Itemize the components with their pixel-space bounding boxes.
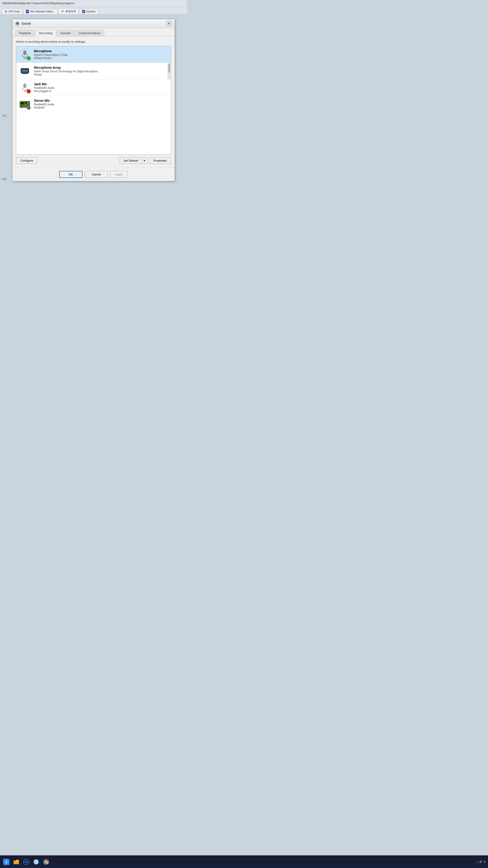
device-info-jack-mic: Jack Mic Realtek(R) Audio Not plugged in <box>34 82 168 93</box>
dialog-tab-bar: Playback Recording Sounds Communications <box>12 28 175 36</box>
device-name-stereo-mix: Stereo Mix <box>34 99 168 102</box>
svg-point-9 <box>24 70 26 71</box>
device-list[interactable]: ✓ Microphone HyperX Cloud Alpha S Chat D… <box>16 46 171 155</box>
dialog-title: Sound <box>22 22 31 25</box>
green-check-badge: ✓ <box>27 56 31 60</box>
dialog-title-bar: Sound ✕ <box>12 19 175 28</box>
tab-recording[interactable]: Recording <box>35 30 56 36</box>
device-status-jack-mic: Not plugged in <box>34 90 168 93</box>
tab-youdao[interactable]: Y 有道首页 <box>59 8 78 14</box>
properties-button[interactable]: Properties <box>149 157 171 164</box>
device-item-jack-mic[interactable]: ↓ Jack Mic Realtek(R) Audio Not plugged … <box>16 79 171 96</box>
stereo-mix-icon-wrapper: ↓ <box>19 98 31 110</box>
dialog-content: Select a recording device below to modif… <box>12 36 175 167</box>
down-circle-badge: ↓ <box>27 106 31 110</box>
device-desc-jack-mic: Realtek(R) Audio <box>34 86 168 90</box>
title-bar-left: Sound <box>15 21 31 26</box>
url-bar[interactable]: 6650632940448&ei=ftk-Y-6aAorV4-EP2f28qAs… <box>0 0 187 7</box>
device-button-row: Configure Set Default ▼ Properties <box>16 157 171 164</box>
svg-rect-24 <box>29 104 30 105</box>
device-name-mic-array: Microphone Array <box>34 66 168 69</box>
sound-dialog: Sound ✕ Playback Recording Sounds Commun… <box>12 19 175 181</box>
browser-tab-bar: 🖥 CPU Edu WIX Wix Website Editor... Y 有道… <box>0 7 187 14</box>
configure-button[interactable]: Configure <box>16 157 37 164</box>
side-label-ual: ual <box>2 177 6 181</box>
side-label-19: 19... <box>2 114 8 117</box>
cancel-button[interactable]: Cancel <box>85 171 108 178</box>
tab-playback[interactable]: Playback <box>15 30 35 36</box>
device-name-jack-mic: Jack Mic <box>34 82 168 86</box>
device-info-stereo-mix: Stereo Mix Realtek(R) Audio Disabled <box>34 99 168 109</box>
device-item-microphone[interactable]: ✓ Microphone HyperX Cloud Alpha S Chat D… <box>16 46 171 63</box>
youdao-icon: Y <box>61 10 64 13</box>
ok-button[interactable]: OK <box>59 171 83 178</box>
red-arrow-badge: ↓ <box>27 89 31 93</box>
device-info-microphone: Microphone HyperX Cloud Alpha S Chat Def… <box>34 49 168 60</box>
svg-rect-5 <box>24 51 26 52</box>
device-item-mic-array[interactable]: Microphone Array Intel® Smart Sound Tech… <box>16 63 171 79</box>
tab-cpu-edu-label: CPU Edu <box>8 10 20 13</box>
set-default-group: Set Default ▼ <box>120 157 147 164</box>
device-desc-microphone: HyperX Cloud Alpha S Chat <box>34 53 168 57</box>
jack-mic-icon-wrapper: ↓ <box>19 82 31 93</box>
svg-point-8 <box>22 70 24 71</box>
tab-dashbo[interactable]: ed Dashbo <box>79 9 98 14</box>
tab-communications[interactable]: Communications <box>75 30 104 36</box>
device-status-microphone: Default Device <box>34 57 168 60</box>
tab-wix[interactable]: WIX Wix Website Editor... <box>23 9 57 14</box>
desktop-area: 19... ual r Free Sound ✕ Playback <box>0 14 187 207</box>
svg-rect-18 <box>25 102 27 104</box>
svg-rect-19 <box>21 105 23 107</box>
device-desc-mic-array: Intel® Smart Sound Technology for Digita… <box>34 70 168 73</box>
microphone-icon-wrapper: ✓ <box>19 49 31 60</box>
svg-rect-13 <box>24 84 26 88</box>
scrollbar-area[interactable] <box>168 63 171 79</box>
device-item-stereo-mix[interactable]: ↓ Stereo Mix Realtek(R) Audio Disabled <box>16 96 171 112</box>
close-button[interactable]: ✕ <box>166 21 172 26</box>
tab-wix-label: Wix Website Editor... <box>30 10 55 13</box>
apply-button[interactable]: Apply <box>110 171 128 178</box>
svg-rect-17 <box>21 102 24 104</box>
description-text: Select a recording device below to modif… <box>16 40 171 43</box>
cpu-edu-icon: 🖥 <box>4 10 7 13</box>
svg-point-10 <box>26 70 27 71</box>
set-default-button[interactable]: Set Default <box>120 157 142 164</box>
mic-array-svg <box>20 66 30 76</box>
tab-cpu-edu[interactable]: 🖥 CPU Edu <box>2 9 22 14</box>
device-info-mic-array: Microphone Array Intel® Smart Sound Tech… <box>34 66 168 76</box>
svg-rect-12 <box>21 72 29 72</box>
ed-icon: ed <box>82 10 85 13</box>
tab-dashbo-label: Dashbo <box>86 10 96 13</box>
tab-youdao-label: 有道首页 <box>65 9 76 13</box>
tab-sounds[interactable]: Sounds <box>57 30 74 36</box>
sound-title-icon <box>15 21 20 26</box>
set-default-dropdown[interactable]: ▼ <box>142 158 147 164</box>
device-status-stereo-mix: Disabled <box>34 106 168 109</box>
device-name-microphone: Microphone <box>34 49 168 53</box>
dialog-bottom-buttons: OK Cancel Apply <box>12 167 175 181</box>
svg-rect-11 <box>22 73 28 74</box>
device-desc-stereo-mix: Realtek(R) Audio <box>34 103 168 106</box>
device-status-mic-array: Ready <box>34 73 168 76</box>
mic-array-icon-wrapper <box>19 65 31 77</box>
wix-icon: WIX <box>26 10 29 13</box>
